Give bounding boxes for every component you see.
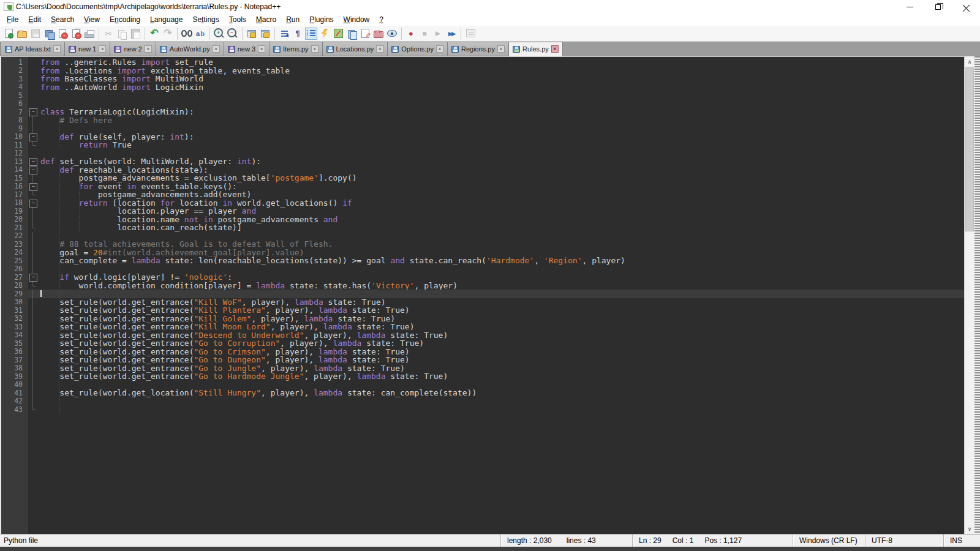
menu-search[interactable]: Search: [46, 14, 79, 25]
menu-window[interactable]: Window: [339, 14, 375, 25]
tab-close-icon[interactable]: [551, 45, 559, 53]
scrollbar-thumb[interactable]: [965, 67, 974, 231]
tab-ap-ideas-txt[interactable]: AP Ideas.txt: [1, 42, 65, 56]
tab-close-icon[interactable]: [497, 45, 505, 53]
code-line[interactable]: 21 location.can_reach(state)]: [1, 223, 964, 232]
code-editor[interactable]: 1from ..generic.Rules import set_rule2fr…: [1, 56, 964, 534]
edit-script-icon[interactable]: [359, 28, 371, 40]
code-line[interactable]: 14 def reachable_locations(state):: [1, 166, 964, 174]
code-line[interactable]: 2from .Locations import exclusion_table,…: [1, 67, 964, 75]
restore-button[interactable]: [924, 0, 952, 13]
code-line[interactable]: 24 goal = 20#int(world.achievement_goal[…: [1, 249, 964, 257]
code-line[interactable]: 37 set_rule(world.get_entrance("Go to Du…: [1, 356, 964, 364]
menu-tools[interactable]: Tools: [224, 14, 251, 25]
save-macro-icon[interactable]: [464, 28, 477, 40]
fold-collapse-icon[interactable]: [28, 157, 38, 166]
code-line[interactable]: 3from BaseClasses import MultiWorld: [1, 75, 964, 83]
code-line[interactable]: 38 set_rule(world.get_entrance("Go to Ju…: [1, 364, 964, 373]
tab-new-2[interactable]: new 2: [110, 42, 156, 56]
code-line[interactable]: 19 location.player == player and: [1, 207, 964, 216]
tab-new-3[interactable]: new 3: [224, 42, 270, 56]
code-line[interactable]: 25 can_complete = lambda state: len(reac…: [1, 257, 964, 265]
tab-regions-py[interactable]: Regions.py: [448, 42, 509, 56]
scroll-down-arrow[interactable]: ∨: [965, 523, 974, 534]
code-line[interactable]: 43: [1, 405, 964, 414]
tab-rules-py[interactable]: Rules.py: [509, 42, 563, 56]
code-line[interactable]: 31 set_rule(world.get_entrance("Kill Pla…: [1, 306, 964, 315]
menu-run[interactable]: Run: [281, 14, 304, 25]
undo-icon[interactable]: [148, 28, 160, 40]
code-line[interactable]: 18 return [location for location in worl…: [1, 199, 964, 208]
document-map-icon[interactable]: [332, 28, 344, 40]
fold-collapse-icon[interactable]: [28, 108, 38, 116]
tab-options-py[interactable]: Options.py: [388, 42, 448, 56]
tab-items-py[interactable]: Items.py: [270, 42, 323, 56]
code-line[interactable]: 23 # 88 total achievements. Goal is to d…: [1, 240, 964, 249]
print-icon[interactable]: [83, 28, 96, 40]
code-line[interactable]: 20 location.name not in postgame_advance…: [1, 216, 964, 224]
indent-guide-icon[interactable]: [305, 28, 317, 40]
code-line[interactable]: 4from ..AutoWorld import LogicMixin: [1, 83, 964, 92]
code-line[interactable]: 12: [1, 149, 964, 158]
menu-help[interactable]: ?: [374, 14, 388, 25]
menu-language[interactable]: Language: [145, 14, 187, 25]
tab-close-icon[interactable]: [145, 45, 152, 53]
stop-macro-icon[interactable]: [418, 28, 431, 40]
tab-close-icon[interactable]: [376, 45, 383, 53]
tab-close-icon[interactable]: [53, 45, 61, 53]
menu-settings[interactable]: Settings: [187, 14, 224, 25]
sync-h-scroll-icon[interactable]: [259, 28, 271, 40]
doc-switcher-icon[interactable]: [345, 28, 358, 40]
tab-new-1[interactable]: new 1: [65, 42, 110, 56]
tab-close-icon[interactable]: [258, 45, 265, 53]
code-line[interactable]: 30 set_rule(world.get_entrance("Kill WoF…: [1, 298, 964, 307]
code-line[interactable]: 42: [1, 397, 964, 406]
close-button[interactable]: [952, 0, 980, 13]
replace-icon[interactable]: [194, 28, 206, 40]
run-macro-multi-icon[interactable]: [445, 28, 458, 40]
code-line[interactable]: 28 world.completion_condition[player] = …: [1, 282, 964, 290]
fold-collapse-icon[interactable]: [28, 166, 38, 174]
code-line[interactable]: 11 return True: [1, 141, 964, 149]
code-line[interactable]: 5: [1, 91, 964, 100]
code-line[interactable]: 1from ..generic.Rules import set_rule: [1, 58, 964, 67]
save-icon[interactable]: [29, 28, 42, 40]
zoom-out-icon[interactable]: [227, 28, 239, 40]
tab-close-icon[interactable]: [436, 45, 443, 53]
code-line[interactable]: 6: [1, 100, 964, 108]
menu-file[interactable]: File: [2, 14, 23, 25]
tab-locations-py[interactable]: Locations.py: [323, 42, 388, 56]
fold-collapse-icon[interactable]: [28, 273, 38, 282]
code-line[interactable]: 15 postgame_advancements = exclusion_tab…: [1, 174, 964, 182]
new-doc-icon[interactable]: [2, 28, 15, 40]
code-line[interactable]: 35 set_rule(world.get_entrance("Go to Co…: [1, 339, 964, 348]
code-line[interactable]: 17 postgame_advancements.add(event): [1, 190, 964, 199]
code-line[interactable]: 41 set_rule(world.get_location("Still Hu…: [1, 389, 964, 397]
word-wrap-icon[interactable]: [278, 28, 290, 40]
code-line[interactable]: 32 set_rule(world.get_entrance("Kill Gol…: [1, 315, 964, 323]
vertical-scrollbar[interactable]: ∧ ∨: [964, 56, 974, 534]
tab-close-icon[interactable]: [213, 45, 220, 53]
tab-close-icon[interactable]: [311, 45, 318, 53]
zoom-in-icon[interactable]: [213, 28, 225, 40]
record-macro-icon[interactable]: [405, 28, 417, 40]
open-folder-icon[interactable]: [16, 28, 28, 40]
code-line[interactable]: 22: [1, 232, 964, 241]
fold-collapse-icon[interactable]: [28, 199, 38, 208]
minimize-button[interactable]: [895, 0, 924, 13]
menu-view[interactable]: View: [79, 14, 105, 25]
tab-autoworld-py[interactable]: AutoWorld.py: [156, 42, 224, 56]
cut-icon[interactable]: [102, 28, 115, 40]
code-line[interactable]: 7class TerrariaLogic(LogicMixin):: [1, 108, 964, 116]
menu-edit[interactable]: Edit: [23, 14, 46, 25]
code-line[interactable]: 10 def rule(self, player: int):: [1, 133, 964, 141]
lightning-icon[interactable]: [318, 28, 331, 40]
tab-close-icon[interactable]: [99, 45, 106, 53]
code-line[interactable]: 9: [1, 124, 964, 133]
copy-icon[interactable]: [116, 28, 128, 40]
code-line[interactable]: 29: [1, 290, 964, 298]
close-doc-icon[interactable]: [56, 28, 69, 40]
fold-collapse-icon[interactable]: [28, 182, 38, 191]
monitoring-eye-icon[interactable]: [386, 28, 398, 40]
show-all-chars-icon[interactable]: [292, 28, 304, 40]
